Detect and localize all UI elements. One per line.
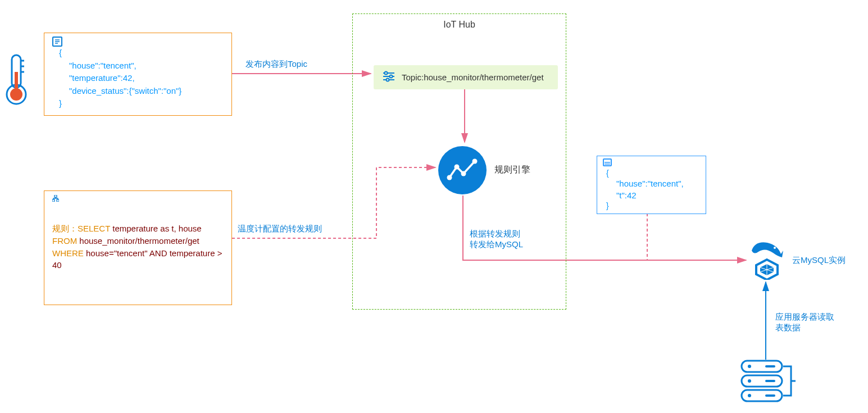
device-json-line: "temperature":42, xyxy=(52,72,220,85)
svg-rect-23 xyxy=(765,365,775,367)
svg-point-10 xyxy=(390,75,393,78)
server-read-label: 应用服务器读取 表数据 xyxy=(775,312,834,333)
server-stack-icon xyxy=(740,360,797,405)
note-icon xyxy=(603,158,612,166)
rule-text: 规则：SELECT temperature as t, house FROM h… xyxy=(52,223,224,271)
svg-rect-24 xyxy=(742,375,782,387)
forward-label: 根据转发规则 转发给MySQL xyxy=(470,229,523,250)
device-json-line: "house":"tencent", xyxy=(52,60,220,72)
svg-point-16 xyxy=(472,159,478,164)
rule-engine-node xyxy=(438,146,487,194)
svg-point-20 xyxy=(774,247,776,249)
thermometer-icon xyxy=(3,53,29,107)
svg-point-8 xyxy=(385,72,388,75)
svg-point-28 xyxy=(748,394,751,397)
mysql-icon xyxy=(748,239,785,282)
topic-pill: Topic:house_monitor/thermometer/get xyxy=(374,65,558,89)
hierarchy-icon xyxy=(52,194,224,203)
svg-rect-18 xyxy=(52,199,54,202)
out-json-line: "t":42 xyxy=(603,189,698,201)
rule-engine-label: 规则引擎 xyxy=(494,164,530,176)
rule-box: 规则：SELECT temperature as t, house FROM h… xyxy=(44,190,232,305)
iot-hub-title: IoT Hub xyxy=(353,20,566,30)
mysql-label: 云MySQL实例 xyxy=(792,255,846,266)
svg-rect-3 xyxy=(15,72,18,91)
svg-point-13 xyxy=(447,175,452,180)
svg-rect-21 xyxy=(742,361,782,372)
device-json-box: { "house":"tencent", "temperature":42, "… xyxy=(44,33,232,116)
svg-point-12 xyxy=(387,79,389,81)
topic-text: Topic:house_monitor/thermometer/get xyxy=(402,72,544,82)
rule-config-label: 温度计配置的转发规则 xyxy=(238,224,322,234)
svg-point-14 xyxy=(455,165,460,170)
svg-rect-17 xyxy=(54,195,57,197)
svg-rect-19 xyxy=(57,199,59,202)
svg-point-22 xyxy=(748,365,751,368)
sliders-icon xyxy=(383,71,395,84)
svg-point-25 xyxy=(748,379,751,383)
note-icon xyxy=(52,37,62,47)
svg-point-15 xyxy=(461,171,466,176)
publish-label: 发布内容到Topic xyxy=(246,59,307,70)
svg-rect-29 xyxy=(765,394,775,397)
graph-icon xyxy=(447,158,478,183)
output-json-box: { "house":"tencent", "t":42 } xyxy=(597,156,706,214)
svg-rect-27 xyxy=(742,390,782,401)
svg-rect-26 xyxy=(765,380,775,382)
device-json-line: "device_status":{"switch":"on"} xyxy=(52,85,220,98)
out-json-line: "house":"tencent", xyxy=(603,178,698,189)
